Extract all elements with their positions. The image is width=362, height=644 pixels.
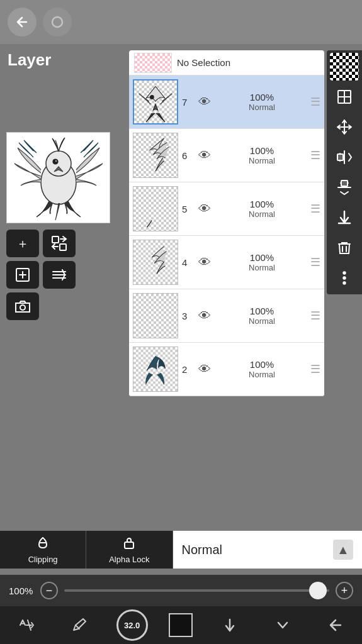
layer-row-6[interactable]: 6 👁 100%Normal ☰ — [129, 129, 324, 182]
svg-rect-25 — [344, 97, 351, 103]
back-nav-button[interactable] — [320, 609, 351, 641]
layer-2-opacity: 100%Normal — [217, 359, 307, 379]
layer-7-number: 7 — [182, 97, 192, 108]
brush-size-value: 32.0 — [124, 621, 140, 630]
flatten-button[interactable] — [43, 261, 76, 289]
layer-3-eye[interactable]: 👁 — [196, 309, 213, 323]
layer-3-drag[interactable]: ☰ — [310, 309, 320, 323]
svg-rect-31 — [125, 542, 133, 548]
svg-point-0 — [52, 17, 62, 27]
delete-button[interactable] — [330, 234, 359, 262]
redo-button[interactable] — [43, 8, 72, 36]
blend-bar: Clipping Alpha Lock Normal ▲ — [0, 531, 362, 569]
layer-6-drag[interactable]: ☰ — [310, 148, 320, 162]
svg-rect-23 — [344, 91, 351, 97]
alpha-lock-label: Alpha Lock — [109, 555, 149, 564]
layer-thumb-5 — [133, 186, 178, 231]
layer-7-drag[interactable]: ☰ — [310, 95, 320, 109]
transform-button[interactable] — [330, 83, 359, 111]
svg-point-11 — [150, 96, 154, 99]
add-frame-button[interactable] — [6, 261, 39, 289]
svg-rect-5 — [52, 236, 59, 243]
checkerboard-button[interactable] — [330, 53, 359, 80]
svg-point-4 — [55, 160, 57, 162]
layer-row-7[interactable]: 7 👁 100%Normal ☰ — [129, 75, 324, 129]
merge-layer-button[interactable] — [43, 230, 76, 257]
svg-rect-6 — [60, 244, 66, 250]
zoom-in-button[interactable]: + — [336, 582, 353, 599]
svg-point-28 — [344, 272, 346, 274]
flip-horizontal-button[interactable] — [330, 143, 359, 171]
camera-button[interactable] — [6, 292, 39, 320]
svg-rect-26 — [337, 154, 343, 160]
no-selection-label: No Selection — [177, 57, 230, 68]
right-tools — [327, 50, 362, 294]
tool-row-2 — [6, 261, 76, 289]
blend-mode-arrow: ▲ — [333, 540, 353, 560]
add-layer-button[interactable]: ＋ — [6, 230, 39, 257]
canvas-preview-image — [11, 135, 106, 220]
layer-5-drag[interactable]: ☰ — [310, 202, 320, 216]
blend-mode-selector[interactable]: Normal ▲ — [173, 531, 363, 569]
expand-button[interactable] — [267, 609, 298, 641]
zoom-slider[interactable] — [64, 589, 329, 592]
flip-vertical-button[interactable] — [330, 174, 359, 201]
svg-rect-17 — [133, 347, 178, 391]
layer-thumb-6 — [133, 133, 178, 178]
svg-rect-27 — [341, 180, 348, 186]
transform-tool-button[interactable] — [11, 609, 42, 641]
zoom-thumb[interactable] — [309, 582, 327, 599]
layer-4-drag[interactable]: ☰ — [310, 255, 320, 269]
no-selection-checker — [134, 53, 172, 73]
layer-2-eye[interactable]: 👁 — [196, 362, 213, 377]
layer-6-eye[interactable]: 👁 — [196, 148, 213, 163]
download-button[interactable] — [330, 204, 359, 231]
layer-row-2[interactable]: 2 👁 100%Normal ☰ — [129, 343, 324, 396]
color-swatch[interactable] — [169, 613, 193, 637]
layer-5-opacity: 100%Normal — [217, 199, 307, 219]
tool-row-1: ＋ — [6, 230, 76, 257]
layer-7-eye[interactable]: 👁 — [196, 95, 213, 109]
zoom-bar: 100% − + — [0, 575, 362, 606]
bottom-toolbar: 32.0 — [0, 606, 362, 644]
layer-thumb-7 — [133, 79, 178, 125]
tool-row-3 — [6, 292, 76, 320]
top-bar — [0, 0, 362, 44]
svg-point-10 — [20, 305, 25, 310]
svg-point-29 — [344, 277, 346, 279]
back-button[interactable] — [8, 8, 37, 36]
alpha-lock-icon — [122, 536, 136, 553]
blend-mode-label: Normal — [182, 543, 222, 557]
brush-size-indicator[interactable]: 32.0 — [116, 609, 148, 641]
move-button[interactable] — [330, 113, 359, 141]
layer-5-eye[interactable]: 👁 — [196, 202, 213, 216]
more-options-button[interactable] — [330, 264, 359, 292]
layer-3-opacity: 100%Normal — [217, 306, 307, 326]
svg-point-2 — [46, 151, 71, 176]
layer-row-5[interactable]: 5 👁 100%Normal ☰ — [129, 182, 324, 236]
zoom-out-button[interactable]: − — [40, 582, 58, 599]
canvas-preview — [6, 132, 110, 223]
svg-rect-24 — [338, 97, 344, 103]
layer-2-drag[interactable]: ☰ — [310, 362, 320, 376]
svg-point-30 — [344, 282, 346, 284]
layer-thumb-2 — [133, 347, 178, 392]
main-area: ＋ — [0, 44, 362, 569]
layer-4-opacity: 100%Normal — [217, 252, 307, 272]
layer-row-3[interactable]: 3 👁 100%Normal ☰ — [129, 289, 324, 343]
layer-5-number: 5 — [182, 204, 192, 214]
alpha-lock-button[interactable]: Alpha Lock — [86, 531, 173, 569]
no-selection-row: No Selection — [129, 50, 324, 75]
clipping-label: Clipping — [28, 555, 58, 564]
clipping-icon — [36, 536, 50, 553]
layer-thumb-3 — [133, 293, 178, 338]
export-button[interactable] — [214, 609, 246, 641]
layer-panel: No Selection 7 👁 — [129, 50, 324, 396]
left-tools: ＋ — [6, 230, 76, 320]
layer-4-number: 4 — [182, 257, 192, 268]
clipping-button[interactable]: Clipping — [0, 531, 86, 569]
layer-2-number: 2 — [182, 364, 192, 375]
pencil-tool-button[interactable] — [64, 609, 95, 641]
layer-4-eye[interactable]: 👁 — [196, 255, 213, 270]
layer-row-4[interactable]: 4 👁 100%Normal ☰ — [129, 236, 324, 289]
